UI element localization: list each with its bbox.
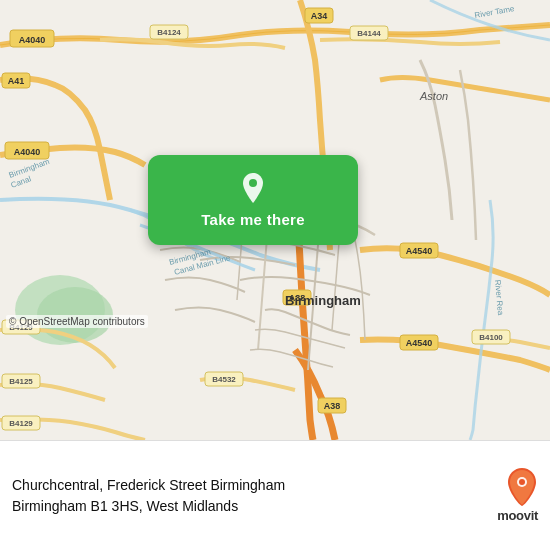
svg-text:A4040: A4040 xyxy=(14,147,41,157)
svg-point-43 xyxy=(519,479,525,485)
copyright-text: © OpenStreetMap contributors xyxy=(6,315,148,328)
address-text: Churchcentral, Frederick Street Birmingh… xyxy=(12,475,466,516)
take-me-there-label: Take me there xyxy=(201,211,305,228)
svg-text:B4144: B4144 xyxy=(357,29,381,38)
take-me-there-button[interactable]: Take me there xyxy=(148,155,358,245)
moovit-pin-icon xyxy=(506,468,538,506)
address-block: Churchcentral, Frederick Street Birmingh… xyxy=(12,475,466,516)
svg-text:A38: A38 xyxy=(324,401,341,411)
address-line1: Churchcentral, Frederick Street Birmingh… xyxy=(12,477,285,493)
svg-text:Aston: Aston xyxy=(419,90,448,102)
svg-text:A41: A41 xyxy=(8,76,25,86)
moovit-brand-text: moovit xyxy=(497,508,538,523)
svg-text:B4124: B4124 xyxy=(157,28,181,37)
svg-text:A4040: A4040 xyxy=(19,35,46,45)
svg-text:A4540: A4540 xyxy=(406,246,433,256)
svg-text:B4129: B4129 xyxy=(9,419,33,428)
svg-text:A4540: A4540 xyxy=(406,338,433,348)
svg-point-41 xyxy=(249,179,257,187)
address-line2: Birmingham B1 3HS, West Midlands xyxy=(12,498,238,514)
svg-text:Birmingham: Birmingham xyxy=(285,293,361,308)
svg-text:B4532: B4532 xyxy=(212,375,236,384)
location-pin-icon xyxy=(239,173,267,207)
svg-text:B4125: B4125 xyxy=(9,377,33,386)
moovit-logo: moovit xyxy=(478,468,538,523)
svg-text:A34: A34 xyxy=(311,11,328,21)
map-container: A4040 A41 A34 B4124 B4144 A4040 B4129 B4… xyxy=(0,0,550,440)
info-bar: Churchcentral, Frederick Street Birmingh… xyxy=(0,440,550,550)
svg-text:B4100: B4100 xyxy=(479,333,503,342)
